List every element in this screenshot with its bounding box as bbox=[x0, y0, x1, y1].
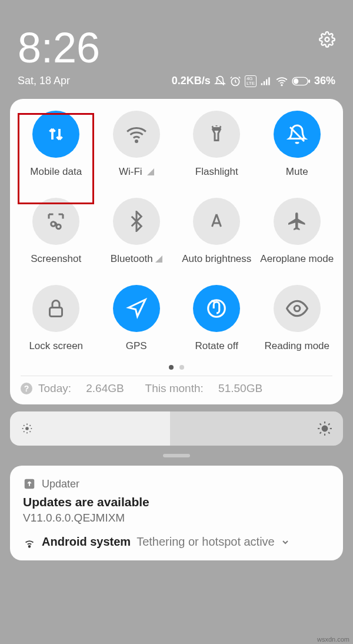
watermark: wsxdn.com bbox=[317, 636, 349, 643]
svg-point-26 bbox=[29, 425, 31, 426]
tile-mobile-data[interactable]: Mobile data bbox=[16, 111, 96, 178]
brightness-high-icon bbox=[317, 421, 332, 436]
notification-card[interactable]: Updater Updates are available V11.0.6.0.… bbox=[10, 466, 343, 560]
flashlight-icon bbox=[206, 124, 227, 145]
hotspot-icon bbox=[23, 536, 36, 549]
svg-point-28 bbox=[29, 431, 31, 432]
tile-wifi[interactable]: Wi-Fi bbox=[96, 111, 177, 178]
svg-line-36 bbox=[320, 432, 321, 433]
bluetooth-icon bbox=[126, 211, 147, 232]
tile-gps[interactable]: GPS bbox=[96, 285, 177, 352]
alarm-icon bbox=[229, 75, 241, 87]
svg-marker-12 bbox=[147, 168, 154, 175]
gps-icon bbox=[126, 298, 147, 319]
svg-point-20 bbox=[25, 427, 29, 430]
rotate-icon bbox=[205, 297, 228, 320]
svg-rect-3 bbox=[261, 83, 263, 85]
svg-rect-5 bbox=[266, 79, 268, 85]
notification-subtitle: V11.0.6.0.QEJMIXM bbox=[23, 512, 330, 525]
wifi-status-icon bbox=[275, 75, 288, 87]
svg-point-29 bbox=[322, 426, 328, 431]
wifi-icon bbox=[126, 124, 147, 145]
svg-point-22 bbox=[26, 432, 28, 433]
battery-percent: 36% bbox=[314, 75, 335, 87]
screenshot-icon bbox=[45, 211, 66, 232]
brightness-slider[interactable] bbox=[10, 411, 343, 446]
page-indicator bbox=[16, 365, 337, 370]
svg-point-0 bbox=[325, 38, 329, 42]
svg-point-27 bbox=[24, 431, 25, 432]
aeroplane-icon bbox=[287, 211, 308, 232]
tile-reading-mode[interactable]: Reading mode bbox=[257, 285, 338, 352]
svg-point-23 bbox=[22, 428, 24, 429]
panel-drag-handle[interactable] bbox=[163, 454, 190, 457]
notification-title: Updates are available bbox=[23, 495, 330, 509]
dnd-icon bbox=[214, 75, 226, 87]
clock-time: 8:26 bbox=[18, 26, 100, 69]
status-bar: 0.2KB/s 4GLTE 36% bbox=[172, 75, 335, 87]
reading-icon bbox=[286, 297, 308, 320]
tile-flashlight[interactable]: Flashlight bbox=[176, 111, 257, 178]
svg-point-21 bbox=[26, 424, 28, 425]
tile-auto-brightness[interactable]: Auto brightness bbox=[176, 198, 257, 265]
svg-point-25 bbox=[24, 425, 25, 426]
svg-rect-6 bbox=[268, 77, 270, 85]
tile-mute[interactable]: Mute bbox=[257, 111, 338, 178]
svg-line-32 bbox=[320, 424, 321, 425]
lock-icon bbox=[45, 298, 66, 319]
signal-icon bbox=[260, 75, 272, 87]
battery-icon bbox=[292, 77, 311, 86]
svg-point-19 bbox=[294, 306, 300, 311]
svg-point-39 bbox=[29, 545, 31, 547]
svg-marker-16 bbox=[155, 255, 162, 263]
svg-line-37 bbox=[328, 424, 329, 425]
svg-point-24 bbox=[31, 428, 32, 429]
svg-line-33 bbox=[328, 432, 329, 433]
svg-rect-9 bbox=[294, 78, 298, 84]
svg-rect-10 bbox=[308, 79, 310, 83]
tile-aeroplane-mode[interactable]: Aeroplane mode bbox=[257, 198, 338, 265]
volte-icon: 4GLTE bbox=[245, 75, 257, 87]
svg-point-11 bbox=[135, 141, 137, 142]
chevron-down-icon bbox=[281, 537, 290, 547]
svg-point-7 bbox=[281, 84, 282, 85]
date-label: Sat, 18 Apr bbox=[18, 75, 70, 87]
brightness-low-icon bbox=[21, 422, 34, 435]
data-rate: 0.2KB/s bbox=[172, 75, 211, 87]
tile-lock-screen[interactable]: Lock screen bbox=[16, 285, 96, 352]
notification-system-row[interactable]: Android system Tethering or hotspot acti… bbox=[23, 535, 330, 549]
quick-settings-panel: Mobile data Wi-Fi Flashlight Mute Screen… bbox=[10, 99, 343, 404]
mute-icon bbox=[287, 124, 308, 145]
tile-bluetooth[interactable]: Bluetooth bbox=[96, 198, 177, 265]
mobile-data-icon bbox=[45, 124, 66, 145]
settings-icon[interactable] bbox=[319, 31, 335, 48]
svg-rect-17 bbox=[50, 308, 62, 317]
auto-brightness-icon bbox=[206, 211, 227, 232]
help-icon: ? bbox=[21, 383, 32, 394]
svg-rect-4 bbox=[264, 81, 265, 85]
data-usage-row[interactable]: ? Today: 2.64GB This month: 51.50GB bbox=[16, 376, 337, 396]
tile-screenshot[interactable]: Screenshot bbox=[16, 198, 96, 265]
updater-app-icon bbox=[23, 477, 36, 490]
tile-rotate-off[interactable]: Rotate off bbox=[176, 285, 257, 352]
